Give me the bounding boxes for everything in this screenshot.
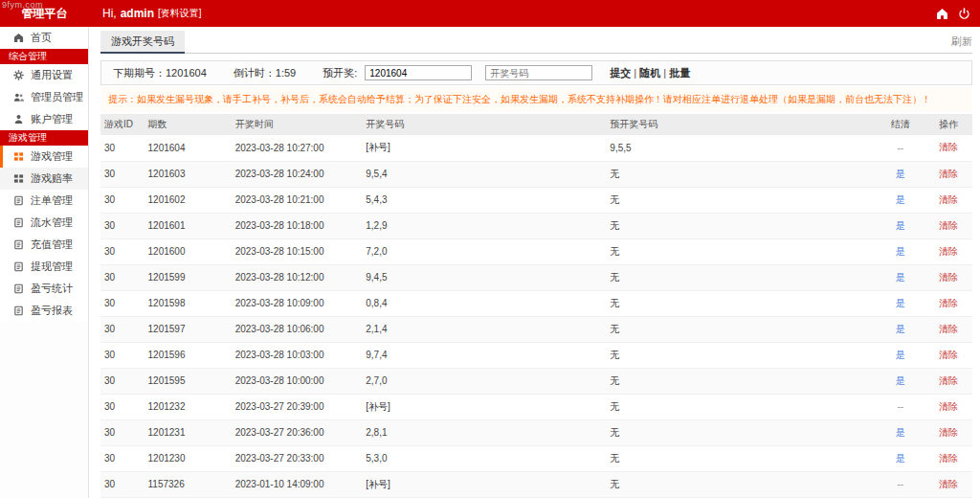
cell-draw-time: 2023-03-27 20:36:00 [232,419,363,445]
settle-link[interactable]: 是 [896,427,905,438]
cell-action: 清除 [924,445,972,471]
doc-icon [13,239,24,250]
home-icon[interactable] [936,8,948,20]
settle-link[interactable]: 是 [896,298,905,308]
clear-link[interactable]: 清除 [939,194,958,205]
user-greeting: Hi, admin [资料设置] [102,7,202,20]
draw-number-value: 2,7,0 [366,375,387,386]
cell-pre-draw-number: 无 [606,290,876,316]
clear-link[interactable]: 清除 [939,324,958,334]
settle-link[interactable]: 是 [896,375,905,386]
cell-draw-number: 0,8,4 [362,290,606,316]
main-content: 游戏开奖号码 刷新 下期期号：1201604 倒计时：1:59 预开奖: 提交 … [89,27,980,498]
issue-input[interactable] [365,65,472,80]
settle-link[interactable]: 是 [896,246,905,257]
cell-pre-draw-number: 无 [606,419,876,445]
header-icons [936,8,970,20]
sidebar-item-bet-orders[interactable]: 注单管理 [0,190,88,212]
cell-draw-number: 2,1,4 [362,316,606,342]
sidebar-item-general-settings[interactable]: 通用设置 [0,64,88,86]
sidebar-item-label: 盈亏统计 [31,282,73,296]
draw-number-value: 2,1,4 [366,324,387,334]
clear-link[interactable]: 清除 [939,298,958,308]
sidebar-item-label: 注单管理 [31,193,73,208]
sidebar-item-profit-stats[interactable]: 盈亏统计 [0,278,88,300]
cell-settle: 是 [877,264,924,290]
clear-link[interactable]: 清除 [939,375,958,386]
column-header: 操作 [924,114,972,135]
refresh-link[interactable]: 刷新 [951,34,972,53]
table-row: 3012012312023-03-27 20:36:002,8,1无是清除 [100,419,972,445]
sidebar-item-game-management[interactable]: 游戏管理 [0,146,88,168]
cell-issue: 1201600 [145,238,232,264]
cell-issue: 1201598 [145,290,232,316]
cell-draw-time: 2023-03-27 20:39:00 [232,394,363,419]
clear-link[interactable]: 清除 [939,142,958,152]
table-row: 3012016002023-03-28 10:15:007,2,0无是清除 [100,238,972,264]
clear-link[interactable]: 清除 [939,453,958,464]
cell-pre-draw-number: 无 [606,394,876,419]
clear-link[interactable]: 清除 [939,401,958,412]
fill-number-link[interactable]: [补号] [366,401,390,412]
sidebar-item-transaction-flow[interactable]: 流水管理 [0,212,88,234]
settle-link[interactable]: 是 [896,220,905,231]
draw-number-value: 5,4,3 [366,194,387,205]
power-icon[interactable] [958,8,970,20]
table-row: 3012015952023-03-28 10:00:002,7,0无是清除 [100,368,972,394]
settle-link[interactable]: 是 [896,324,905,334]
settle-value: -- [897,479,903,489]
clear-link[interactable]: 清除 [939,350,958,360]
clear-link[interactable]: 清除 [939,246,958,257]
sidebar-item-home[interactable]: 首页 [0,27,88,49]
sidebar-item-profit-report[interactable]: 盈亏报表 [0,300,88,322]
cell-issue: 1201596 [145,342,232,368]
action-submit[interactable]: 提交 [610,67,631,79]
hint-text: 提示：如果发生漏号现象，请手工补号，补号后，系统会自动给予结算；为了保证下注安全… [100,87,972,112]
watermark: 9fym.com [2,0,43,10]
settle-link[interactable]: 是 [896,194,905,205]
cell-game-id: 30 [100,445,145,471]
clear-link[interactable]: 清除 [939,479,958,489]
cell-draw-time: 2023-03-28 10:03:00 [232,342,363,368]
clear-link[interactable]: 清除 [939,272,958,283]
sidebar-item-recharge-management[interactable]: 充值管理 [0,234,88,256]
sidebar-item-game-odds[interactable]: 游戏赔率 [0,168,88,190]
fill-number-link[interactable]: [补号] [366,479,390,489]
table-row: 3012015992023-03-28 10:12:009,4,5无是清除 [100,264,972,290]
sidebar-item-admin-management[interactable]: 管理员管理 [0,86,88,108]
cell-pre-draw-number: 无 [606,161,876,187]
cell-game-id: 30 [100,238,145,264]
cell-issue: 1201595 [145,368,232,394]
fill-number-link[interactable]: [补号] [366,142,390,152]
cell-settle: 是 [877,445,924,471]
clear-link[interactable]: 清除 [939,220,958,231]
draw-number-value: 5,3,0 [366,453,387,464]
action-random[interactable]: 随机 [639,67,660,79]
settle-link[interactable]: 是 [896,169,905,179]
draw-number-input[interactable] [485,65,592,80]
cell-draw-number: [补号] [362,471,606,497]
cell-draw-number: 5,4,3 [362,187,606,213]
cell-draw-number: 5,3,0 [362,445,606,471]
home-icon [13,33,24,43]
column-header: 期数 [145,114,232,135]
profile-settings-link[interactable]: [资料设置] [158,7,202,20]
cell-game-id: 30 [100,135,145,161]
tab-game-draw-numbers[interactable]: 游戏开奖号码 [100,31,185,54]
sidebar-item-withdrawal-management[interactable]: 提现管理 [0,256,88,278]
cell-action: 清除 [924,471,972,497]
action-batch[interactable]: 批量 [669,67,690,79]
settle-link[interactable]: 是 [896,453,905,464]
clear-link[interactable]: 清除 [939,427,958,438]
cell-action: 清除 [924,135,972,161]
cell-draw-number: 2,7,0 [362,368,606,394]
settle-link[interactable]: 是 [896,272,905,283]
cell-draw-time: 2023-03-28 10:00:00 [232,368,363,394]
sidebar-item-label: 游戏管理 [31,149,73,164]
clear-link[interactable]: 清除 [939,169,958,179]
game-icon [13,173,24,184]
cell-pre-draw-number: 无 [606,264,876,290]
settle-link[interactable]: 是 [896,350,905,360]
sidebar-item-account-management[interactable]: 账户管理 [0,108,88,130]
cell-draw-time: 2023-03-28 10:06:00 [232,316,363,342]
